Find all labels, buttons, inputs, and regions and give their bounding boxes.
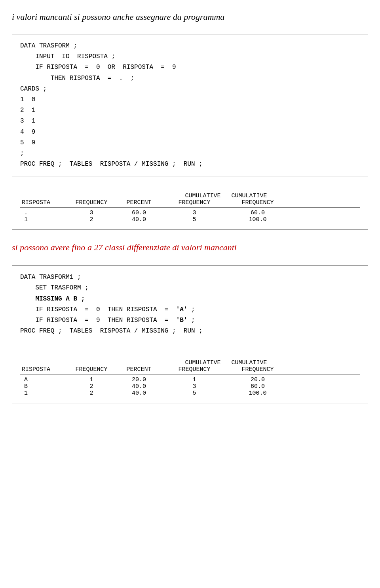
cell-cum-pct: 60.0	[226, 383, 289, 390]
cell-percent: 20.0	[115, 376, 163, 383]
cell-cum-pct: 100.0	[226, 216, 289, 223]
empty-cell	[115, 359, 163, 366]
cell-cum-freq: 3	[163, 383, 226, 390]
cell-frequency: 1	[68, 376, 115, 383]
cell-cum-pct: 100.0	[226, 390, 289, 397]
code-line: IF RISPOSTA = 0 OR RISPOSTA = 9	[20, 62, 360, 73]
cell-cum-freq: 5	[163, 390, 226, 397]
cell-risposta: B	[20, 383, 68, 390]
col-header-cum-freq1: FREQUENCY	[163, 199, 226, 206]
cell-risposta: 1	[20, 390, 68, 397]
code-block-2: DATA TRASFORM1 ; SET TRASFORM ; MISSING …	[12, 265, 368, 343]
code-line: 1 0	[20, 95, 360, 105]
code-line: 2 1	[20, 105, 360, 116]
empty-cell	[68, 359, 115, 366]
cell-frequency: 2	[68, 383, 115, 390]
middle-text: si possono avere fino a 27 classi differ…	[12, 239, 368, 256]
col-header-cum-freq2: FREQUENCY	[226, 199, 289, 206]
code-line: IF RISPOSTA = 9 THEN RISPOSTA = 'B' ;	[20, 315, 360, 326]
cell-cum-freq: 3	[163, 210, 226, 216]
code-line: INPUT ID RISPOSTA ;	[20, 51, 360, 62]
col-header-percent: PERCENT	[115, 199, 163, 206]
empty-cell	[20, 359, 68, 366]
code-line: SET TRASFORM ;	[20, 283, 360, 293]
col-header-risposta: RISPOSTA	[20, 366, 68, 373]
code-line: PROC FREQ ; TABLES RISPOSTA / MISSING ; …	[20, 159, 360, 170]
cumulative-label: CUMULATIVE CUMULATIVE	[163, 193, 289, 199]
cumulative-label: CUMULATIVE CUMULATIVE	[163, 359, 289, 366]
cell-cum-freq: 5	[163, 216, 226, 223]
cell-frequency: 2	[68, 390, 115, 397]
cell-risposta: A	[20, 376, 68, 383]
cell-cum-pct: 60.0	[226, 210, 289, 216]
code-line: ;	[20, 148, 360, 159]
cell-percent: 40.0	[115, 383, 163, 390]
code-line: DATA TRASFORM1 ;	[20, 272, 360, 283]
code-line: CARDS ;	[20, 84, 360, 95]
cell-cum-pct: 20.0	[226, 376, 289, 383]
table-divider	[20, 207, 360, 208]
cell-risposta: 1	[20, 216, 68, 223]
table-row: A 1 20.0 1 20.0	[20, 376, 360, 383]
cell-percent: 40.0	[115, 216, 163, 223]
cell-cum-freq: 1	[163, 376, 226, 383]
code-line: DATA TRASFORM ;	[20, 41, 360, 51]
cell-frequency: 3	[68, 210, 115, 216]
intro-text: i valori mancanti si possono anche asseg…	[12, 8, 368, 26]
code-block-1: DATA TRASFORM ; INPUT ID RISPOSTA ; IF R…	[12, 34, 368, 176]
table-row: B 2 40.0 3 60.0	[20, 383, 360, 390]
table-row: . 3 60.0 3 60.0	[20, 210, 360, 216]
code-line: PROC FREQ ; TABLES RISPOSTA / MISSING ; …	[20, 326, 360, 337]
table-row: 1 2 40.0 5 100.0	[20, 390, 360, 397]
code-line: THEN RISPOSTA = . ;	[20, 73, 360, 84]
col-header-risposta: RISPOSTA	[20, 199, 68, 206]
table-divider	[20, 374, 360, 374]
col-header-frequency: FREQUENCY	[68, 366, 115, 373]
empty-cell	[20, 193, 68, 199]
cell-risposta: .	[20, 210, 68, 216]
code-line-missing: MISSING A B ;	[20, 294, 360, 304]
code-line: 4 9	[20, 127, 360, 138]
code-line: IF RISPOSTA = 0 THEN RISPOSTA = 'A' ;	[20, 304, 360, 315]
table-1: CUMULATIVE CUMULATIVE RISPOSTA FREQUENCY…	[12, 186, 368, 230]
col-header-percent: PERCENT	[115, 366, 163, 373]
col-header-cum-freq1: FREQUENCY	[163, 366, 226, 373]
cell-percent: 40.0	[115, 390, 163, 397]
table-2: CUMULATIVE CUMULATIVE RISPOSTA FREQUENCY…	[12, 353, 368, 403]
code-line: 3 1	[20, 116, 360, 127]
cell-percent: 60.0	[115, 210, 163, 216]
col-header-cum-freq2: FREQUENCY	[226, 366, 289, 373]
table-row: 1 2 40.0 5 100.0	[20, 216, 360, 223]
cell-frequency: 2	[68, 216, 115, 223]
col-header-frequency: FREQUENCY	[68, 199, 115, 206]
empty-cell	[68, 193, 115, 199]
empty-cell	[115, 193, 163, 199]
code-line: 5 9	[20, 138, 360, 148]
